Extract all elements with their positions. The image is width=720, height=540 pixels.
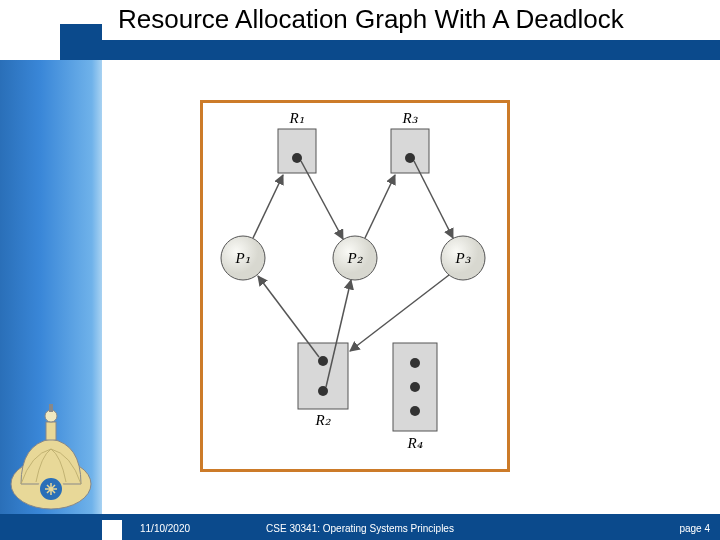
resource-r2-label: R₂ <box>314 412 331 428</box>
edge-r3-p3 <box>414 161 453 238</box>
title-underline <box>102 40 720 60</box>
diagram: R₁ R₃ P₁ P₂ P₃ R₂ R₄ <box>200 100 510 472</box>
edge-r2-p1 <box>258 276 319 357</box>
resource-r1-box <box>278 129 316 173</box>
edge-p1-r1 <box>253 175 283 238</box>
process-p2-label: P₂ <box>346 250 363 266</box>
resource-r4-instance-3 <box>410 406 420 416</box>
sidebar-corner-white <box>0 0 60 60</box>
resource-r2-instance-1 <box>318 356 328 366</box>
resource-allocation-graph: R₁ R₃ P₁ P₂ P₃ R₂ R₄ <box>203 103 507 469</box>
edge-p3-r2 <box>350 275 449 351</box>
sidebar <box>0 0 102 540</box>
process-p3-label: P₃ <box>454 250 471 266</box>
edge-r1-p2 <box>301 161 343 239</box>
resource-r4-label: R₄ <box>406 435 423 451</box>
sidebar-top-strip <box>60 0 102 24</box>
resource-r3-box <box>391 129 429 173</box>
sidebar-blue-strip <box>60 24 102 60</box>
page-title: Resource Allocation Graph With A Deadloc… <box>118 4 624 35</box>
resource-r1-label: R₁ <box>288 110 304 126</box>
footer-course: CSE 30341: Operating Systems Principles <box>0 523 720 534</box>
resource-r2-box <box>298 343 348 409</box>
svg-rect-1 <box>46 422 56 440</box>
resource-r4-instance-2 <box>410 382 420 392</box>
dome-icon <box>6 394 96 514</box>
resource-r2-instance-2 <box>318 386 328 396</box>
svg-rect-3 <box>49 404 53 412</box>
resource-r4-instance-1 <box>410 358 420 368</box>
title-area: Resource Allocation Graph With A Deadloc… <box>102 0 720 60</box>
process-p1-label: P₁ <box>234 250 250 266</box>
edge-p2-r3 <box>365 175 395 238</box>
footer-page: page 4 <box>679 523 710 534</box>
resource-r3-label: R₃ <box>401 110 418 126</box>
footer: 11/10/2020 CSE 30341: Operating Systems … <box>0 514 720 540</box>
